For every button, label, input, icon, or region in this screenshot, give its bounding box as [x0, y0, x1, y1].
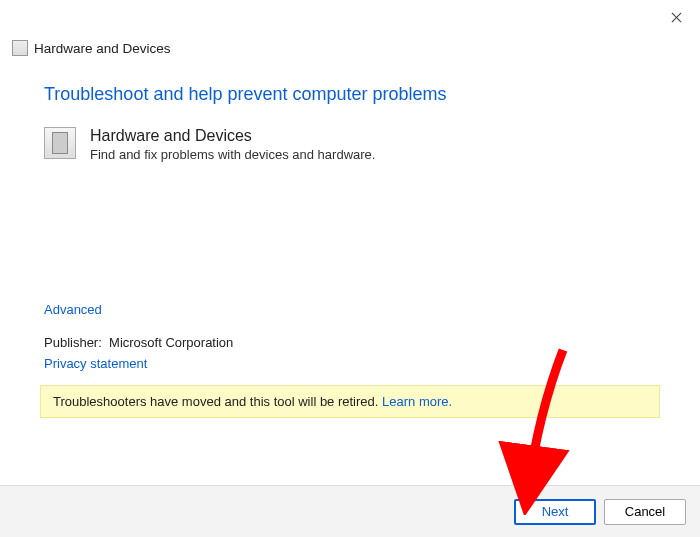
window-title: Hardware and Devices: [34, 41, 171, 56]
window-header: Hardware and Devices: [0, 0, 700, 56]
cancel-button[interactable]: Cancel: [604, 499, 686, 525]
next-button[interactable]: Next: [514, 499, 596, 525]
publisher-name: Microsoft Corporation: [109, 335, 233, 350]
advanced-link[interactable]: Advanced: [44, 302, 102, 317]
page-heading: Troubleshoot and help prevent computer p…: [44, 84, 656, 105]
main-content: Troubleshoot and help prevent computer p…: [0, 56, 700, 418]
close-button[interactable]: [666, 8, 686, 28]
troubleshooter-text: Hardware and Devices Find and fix proble…: [90, 127, 375, 162]
publisher-line: Publisher: Microsoft Corporation: [44, 335, 656, 350]
learn-more-link[interactable]: Learn more.: [382, 394, 452, 409]
system-icon: [12, 40, 28, 56]
troubleshooter-item: Hardware and Devices Find and fix proble…: [44, 127, 656, 162]
hardware-icon: [44, 127, 76, 159]
footer: Next Cancel: [0, 485, 700, 537]
troubleshooter-name: Hardware and Devices: [90, 127, 375, 145]
retirement-notice: Troubleshooters have moved and this tool…: [40, 385, 660, 418]
troubleshooter-desc: Find and fix problems with devices and h…: [90, 147, 375, 162]
notice-text: Troubleshooters have moved and this tool…: [53, 394, 382, 409]
publisher-label: Publisher:: [44, 335, 102, 350]
close-icon: [671, 11, 682, 26]
privacy-link[interactable]: Privacy statement: [44, 356, 147, 371]
